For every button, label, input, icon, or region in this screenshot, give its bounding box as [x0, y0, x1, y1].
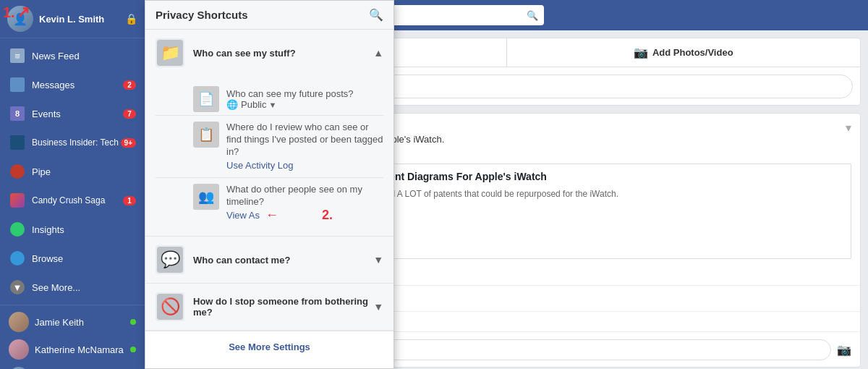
- sidebar: 1. ↗ 👤 Kevin L. Smith 🔒 ≡ News Feed Mess…: [0, 0, 145, 369]
- contact-chevron: ▼: [373, 254, 383, 266]
- view-as-icon: 👥: [198, 189, 214, 205]
- sidebar-item-insights[interactable]: Insights: [0, 215, 145, 244]
- future-posts-label: Who can see my future posts?: [226, 88, 354, 99]
- friend-item-joel[interactable]: Joel Benjamin Feinberg: [0, 363, 145, 369]
- sidebar-label-pipe: Pipe: [32, 166, 51, 177]
- public-setting[interactable]: 🌐 Public ▼: [226, 99, 354, 110]
- candy-crush-icon: [9, 192, 26, 209]
- privacy-section-block: 🚫 How do I stop someone from bothering m…: [145, 284, 393, 331]
- sidebar-label-events: Events: [32, 109, 61, 119]
- activity-log-link[interactable]: Use Activity Log: [226, 160, 294, 171]
- online-indicator: [130, 319, 136, 325]
- friend-item-katherine[interactable]: Katherine McNamara: [0, 336, 145, 363]
- add-photos-button[interactable]: 📷 Add Photos/Video: [507, 38, 861, 67]
- future-posts-icon: 📄: [198, 91, 214, 107]
- news-feed-icon: ≡: [9, 47, 26, 64]
- sidebar-item-pipe[interactable]: Pipe: [0, 157, 145, 186]
- events-icon: 8: [9, 105, 26, 122]
- friend-avatar-jamie: [9, 312, 29, 332]
- friend-item-jamie[interactable]: Jamie Keith: [0, 308, 145, 336]
- see-more-settings-button[interactable]: See More Settings: [145, 331, 393, 362]
- sidebar-item-candy-crush[interactable]: Candy Crush Saga 1: [0, 186, 145, 215]
- globe-icon: 🌐: [226, 99, 238, 110]
- events-badge: 7: [123, 109, 136, 119]
- sidebar-item-see-more[interactable]: ▼ See More...: [0, 273, 145, 302]
- privacy-section-contact: 💬 Who can contact me? ▼: [145, 237, 393, 284]
- annotation-2-number: 2.: [322, 208, 333, 223]
- sidebar-item-business-insider[interactable]: Business Insider: Tech 9+: [0, 128, 145, 157]
- who-see-icon: 📁: [156, 38, 184, 67]
- friend-avatar-katherine: [9, 339, 29, 360]
- sidebar-label-bi: Business Insider: Tech: [32, 137, 119, 148]
- privacy-section-header-block[interactable]: 🚫 How do I stop someone from bothering m…: [145, 284, 393, 330]
- sidebar-label-candy: Candy Crush Saga: [32, 195, 105, 205]
- sidebar-label-messages: Messages: [32, 80, 75, 90]
- contact-title: Who can contact me?: [193, 255, 373, 266]
- block-chevron: ▼: [373, 301, 383, 313]
- sidebar-item-events[interactable]: 8 Events 7: [0, 99, 145, 128]
- privacy-section-who-see: 📁 Who can see my stuff? ▲ 📄 Who can see …: [145, 30, 393, 237]
- caret-down-icon: ▼: [268, 101, 276, 109]
- activity-log-label: Where do I review who can see or find th…: [226, 122, 383, 158]
- sidebar-label-see-more: See More...: [32, 282, 80, 293]
- annotation-2-arrow: ←: [265, 208, 278, 223]
- bi-badge: 9+: [121, 138, 136, 148]
- view-as-link[interactable]: View As: [226, 210, 260, 221]
- view-as-question: What do other people see on my timeline?: [226, 184, 383, 208]
- sidebar-item-news-feed[interactable]: ≡ News Feed: [0, 41, 145, 70]
- popup-header: Privacy Shortcuts 🔍: [145, 1, 393, 30]
- annotation-1-arrow: ↗: [17, 4, 30, 20]
- candy-badge: 1: [123, 196, 136, 205]
- friend-name-katherine: Katherine McNamara: [35, 344, 124, 355]
- browse-icon: [9, 250, 26, 267]
- camera-icon[interactable]: 📷: [837, 343, 851, 357]
- messages-icon: [9, 76, 26, 93]
- sidebar-label-news-feed: News Feed: [32, 51, 80, 62]
- pipe-icon: [9, 163, 26, 180]
- search-icon: 🔍: [527, 10, 538, 21]
- popup-title: Privacy Shortcuts: [156, 9, 248, 21]
- annotation-1-number: 1.: [3, 5, 15, 20]
- friend-name-jamie: Jamie Keith: [35, 317, 84, 328]
- who-see-title: Who can see my stuff?: [193, 48, 373, 59]
- popup-search-icon[interactable]: 🔍: [369, 8, 383, 22]
- insights-icon: [9, 221, 26, 238]
- contact-icon: 💬: [156, 245, 184, 274]
- privacy-section-header-who-see[interactable]: 📁 Who can see my stuff? ▲: [145, 30, 393, 76]
- bi-icon: [9, 134, 26, 151]
- sidebar-item-browse[interactable]: Browse: [0, 244, 145, 273]
- who-see-chevron: ▲: [373, 47, 383, 59]
- privacy-shortcuts-popup: Privacy Shortcuts 🔍 📁 Who can see my stu…: [145, 0, 394, 369]
- see-more-icon: ▼: [9, 279, 26, 296]
- lock-icon: 🔒: [125, 13, 137, 25]
- sidebar-item-messages[interactable]: Messages 2: [0, 70, 145, 99]
- sidebar-username: Kevin L. Smith: [39, 14, 122, 25]
- public-label: Public: [241, 99, 266, 110]
- view-as-item: 👥 What do other people see on my timelin…: [156, 178, 383, 229]
- privacy-section-header-contact[interactable]: 💬 Who can contact me? ▼: [145, 237, 393, 283]
- add-photos-icon: 📷: [634, 46, 648, 59]
- sidebar-label-browse: Browse: [32, 253, 63, 264]
- add-photos-label: Add Photos/Video: [652, 47, 733, 58]
- feed-options-chevron[interactable]: ▾: [846, 121, 851, 135]
- block-icon: 🚫: [156, 292, 184, 321]
- block-title: How do I stop someone from bothering me?: [193, 296, 373, 318]
- activity-log-item: 📋 Where do I review who can see or find …: [156, 116, 383, 178]
- messages-badge: 2: [123, 80, 136, 90]
- activity-log-icon: 📋: [198, 127, 214, 143]
- sidebar-nav: ≡ News Feed Messages 2 8 Events 7 Busine…: [0, 38, 145, 302]
- future-posts-item: 📄 Who can see my future posts? 🌐 Public …: [156, 80, 383, 116]
- online-indicator: [130, 347, 136, 352]
- who-see-expanded: 📄 Who can see my future posts? 🌐 Public …: [145, 76, 393, 236]
- sidebar-label-insights: Insights: [32, 224, 64, 235]
